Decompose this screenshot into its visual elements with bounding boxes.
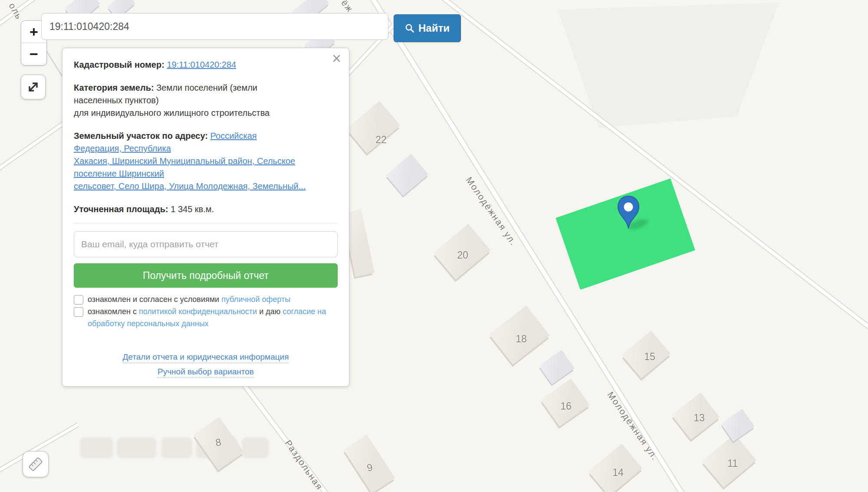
consent-row-offer: ознакомлен и согласен с условиями публич… — [74, 293, 331, 305]
address-link[interactable]: Российская — [210, 131, 257, 141]
cadastral-number-row: Кадастровый номер: 19:11:010420:284 — [74, 59, 338, 71]
address-link[interactable]: Хакасия, Ширинский Муниципальный район, … — [74, 156, 295, 166]
expand-arrows-icon — [21, 75, 45, 99]
road-left — [0, 120, 67, 174]
house-number: 15 — [644, 351, 655, 363]
cadastral-number-label: Кадастровый номер: — [74, 60, 164, 69]
cadastral-number-link[interactable]: 19:11:010420:284 — [167, 60, 236, 69]
consent-section: ознакомлен и согласен с условиями публич… — [74, 293, 338, 330]
popup-footer: Детали отчета и юридическая информация Р… — [74, 350, 338, 379]
fullscreen-button[interactable] — [21, 75, 46, 99]
offer-checkbox[interactable] — [74, 295, 83, 305]
search-button[interactable]: Найти — [394, 14, 461, 42]
land-category-block: Категория земель: Земли поселений (земли… — [74, 82, 338, 119]
public-offer-link[interactable]: публичной оферты — [221, 295, 290, 304]
house-number: 18 — [516, 333, 527, 345]
privacy-checkbox[interactable] — [74, 307, 83, 317]
house-number: 16 — [560, 400, 572, 412]
building-22 — [346, 101, 400, 154]
consent-offer-text: ознакомлен и согласен с условиями — [88, 295, 219, 304]
manual-select-link[interactable]: Ручной выбор вариантов — [158, 366, 254, 378]
search-button-label: Найти — [418, 22, 450, 34]
area-value: 1 345 кв.м. — [171, 204, 214, 214]
privacy-policy-link[interactable]: политикой конфиденциальности — [139, 307, 257, 316]
address-link[interactable]: Федерация, Республика — [74, 144, 171, 153]
address-block: Земельный участок по адресу: Российская … — [74, 130, 338, 193]
house-number: 14 — [612, 467, 624, 479]
land-category-label: Категория земель: — [74, 83, 154, 92]
ruler-icon — [23, 452, 48, 477]
house-number: 22 — [375, 134, 387, 146]
ruler-button[interactable] — [23, 451, 49, 477]
consent-privacy-text-2: и даю — [259, 307, 280, 316]
street-label-partial-top: ёж — [339, 0, 355, 14]
parcel-info-popup: × Кадастровый номер: 19:11:010420:284 Ка… — [62, 48, 349, 387]
search-icon — [405, 23, 414, 33]
road-razdolnaya — [240, 380, 333, 492]
land-category-value-2: населенных пунктов) — [74, 95, 159, 105]
close-icon[interactable]: × — [332, 51, 341, 66]
consent-privacy-text-1: ознакомлен с — [88, 307, 137, 316]
land-usage-value: для индивидуального жилищного строительс… — [74, 108, 270, 118]
land-category-value: Земли поселений (земли — [156, 83, 257, 92]
consent-row-privacy: ознакомлен с политикой конфиденциальност… — [74, 305, 331, 330]
zoom-out-button[interactable]: − — [21, 43, 46, 65]
address-link[interactable]: поселение Ширинский — [74, 169, 164, 178]
house-number: 11 — [727, 458, 738, 469]
street-label-razdolnaya: Раздольная — [283, 438, 325, 492]
get-report-button[interactable]: Получить подробный отчет — [74, 263, 338, 288]
email-input[interactable] — [74, 231, 338, 257]
address-link[interactable]: сельсовет, Село Шира, Улица Молодежная, … — [74, 181, 306, 191]
building-gray-c — [721, 409, 755, 441]
house-number: 13 — [694, 412, 705, 424]
building-gray-a — [386, 154, 428, 196]
map-canvas[interactable]: 22 20 18 16 15 14 13 11 9 8 Молодёжная у… — [0, 0, 868, 492]
report-details-link[interactable]: Детали отчета и юридическая информация — [123, 351, 289, 363]
area-row: Уточненная площадь: 1 345 кв.м. — [74, 203, 338, 216]
area-label: Уточненная площадь: — [74, 204, 168, 214]
house-number: 20 — [457, 249, 468, 261]
search-input[interactable] — [41, 13, 388, 40]
divider — [74, 223, 338, 223]
address-label: Земельный участок по адресу: — [74, 131, 208, 141]
map-pin-icon[interactable] — [616, 195, 641, 230]
